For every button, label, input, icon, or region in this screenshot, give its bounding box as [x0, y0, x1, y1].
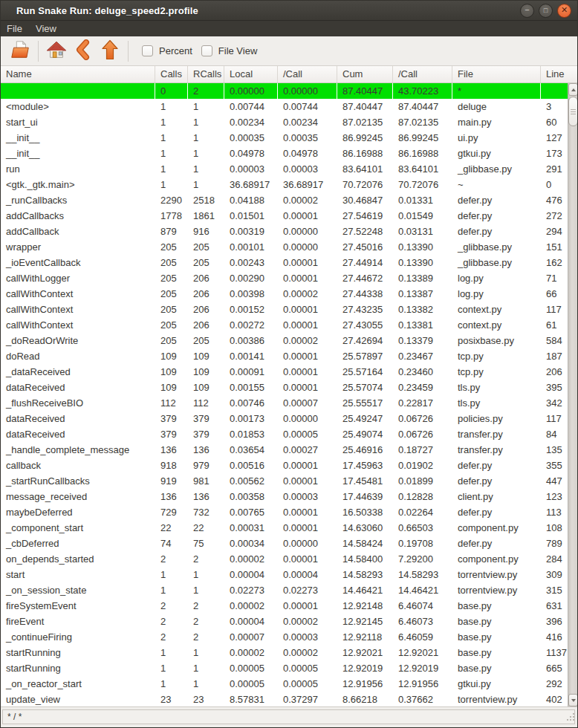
- vertical-scrollbar[interactable]: [568, 83, 577, 706]
- table-row[interactable]: run 1 1 0.00003 0.00003 83.64101 83.6410…: [1, 161, 568, 177]
- cell-file: _glibbase.py: [452, 161, 541, 177]
- table-row[interactable]: dataReceived 379 379 0.01853 0.00005 25.…: [1, 426, 568, 442]
- cell-local-percall: 0.00007: [278, 395, 337, 411]
- open-file-button[interactable]: [7, 39, 33, 64]
- close-button[interactable]: ✕: [557, 4, 571, 18]
- cell-local-percall: 0.00000: [278, 224, 337, 239]
- minimize-button[interactable]: −: [520, 4, 534, 18]
- cell-local-percall: 0.00000: [278, 536, 337, 551]
- table-row[interactable]: _continueFiring 2 2 0.00007 0.00003 12.9…: [1, 629, 568, 645]
- table-row[interactable]: startRunning 1 1 0.00005 0.00005 12.9201…: [1, 660, 568, 676]
- scroll-up-button[interactable]: [568, 83, 577, 96]
- table-row[interactable]: 0 2 0.00000 0.00000 87.40447 43.70223 *: [1, 83, 568, 99]
- percent-checkbox[interactable]: [142, 45, 153, 56]
- table-row[interactable]: _runCallbacks 2290 2518 0.04188 0.00002 …: [1, 192, 568, 208]
- cell-local: 0.00034: [224, 536, 278, 551]
- cell-line: 272: [541, 208, 568, 224]
- table-row[interactable]: addCallback 879 916 0.00319 0.00000 27.5…: [1, 224, 568, 239]
- column-header[interactable]: Cum: [337, 66, 393, 82]
- scroll-down-button[interactable]: [568, 694, 577, 706]
- table-row[interactable]: <module> 1 1 0.00744 0.00744 87.40447 87…: [1, 99, 568, 114]
- table-row[interactable]: start_ui 1 1 0.00234 0.00234 87.02135 87…: [1, 114, 568, 130]
- table-row[interactable]: <gtk._gtk.main> 1 1 36.68917 36.68917 70…: [1, 177, 568, 192]
- cell-file: context.py: [452, 317, 541, 333]
- cell-cum: 25.57074: [337, 380, 393, 395]
- table-row[interactable]: callWithContext 205 206 0.00398 0.00002 …: [1, 286, 568, 302]
- column-header[interactable]: Line: [541, 66, 568, 82]
- cell-line: 113: [541, 504, 568, 520]
- cell-name: message_received: [1, 489, 155, 504]
- maximize-button[interactable]: □: [539, 4, 553, 18]
- cell-file: defer.py: [452, 536, 541, 551]
- cell-cum-percall: 0.01331: [393, 192, 452, 208]
- thumb-grip: [571, 114, 576, 114]
- table-row[interactable]: _startRunCallbacks 919 981 0.00562 0.000…: [1, 473, 568, 489]
- cell-file: gtkui.py: [452, 676, 541, 692]
- column-header[interactable]: Name: [1, 66, 155, 82]
- table-row[interactable]: _handle_complete_message 136 136 0.03654…: [1, 442, 568, 458]
- column-header[interactable]: RCalls: [188, 66, 224, 82]
- table-row[interactable]: callWithContext 205 206 0.00152 0.00001 …: [1, 302, 568, 317]
- table-row[interactable]: callWithContext 205 206 0.00272 0.00001 …: [1, 317, 568, 333]
- cell-cum: 12.92148: [337, 598, 393, 614]
- table-row[interactable]: addCallbacks 1778 1861 0.01501 0.00001 2…: [1, 208, 568, 224]
- up-button[interactable]: [97, 39, 123, 64]
- table-row[interactable]: wrapper 205 205 0.00101 0.00000 27.45016…: [1, 239, 568, 255]
- cell-cum-percall: 0.22817: [393, 395, 452, 411]
- table-row[interactable]: _flushReceiveBIO 112 112 0.00746 0.00007…: [1, 395, 568, 411]
- table-row[interactable]: dataReceived 109 109 0.00155 0.00001 25.…: [1, 380, 568, 395]
- column-header[interactable]: Local: [224, 66, 278, 82]
- table-row[interactable]: __init__ 1 1 0.04978 0.04978 86.16988 86…: [1, 146, 568, 161]
- table-row[interactable]: callWithLogger 205 206 0.00290 0.00001 2…: [1, 270, 568, 286]
- back-button[interactable]: [70, 39, 97, 64]
- cell-line: 402: [541, 692, 568, 706]
- column-header[interactable]: /Call: [278, 66, 337, 82]
- cell-cum-percall: 0.13382: [393, 302, 452, 317]
- column-header[interactable]: Calls: [155, 66, 188, 82]
- table-row[interactable]: on_depends_started 2 2 0.00002 0.00001 1…: [1, 551, 568, 567]
- cell-rcalls: 1: [188, 130, 224, 146]
- table-row[interactable]: _on_session_state 1 1 0.02273 0.02273 14…: [1, 582, 568, 598]
- cell-cum-percall: 43.70223: [393, 83, 452, 99]
- table-row[interactable]: update_view 23 23 8.57831 0.37297 8.6621…: [1, 692, 568, 706]
- table-row[interactable]: dataReceived 379 379 0.00173 0.00000 25.…: [1, 411, 568, 426]
- cell-local: 0.00101: [224, 239, 278, 255]
- table-row[interactable]: callback 918 979 0.00516 0.00001 17.4596…: [1, 458, 568, 473]
- cell-calls: 1: [155, 161, 188, 177]
- table-row[interactable]: _dataReceived 109 109 0.00091 0.00001 25…: [1, 364, 568, 380]
- cell-local-percall: 0.00001: [278, 302, 337, 317]
- table-row[interactable]: _on_reactor_start 1 1 0.00005 0.00005 12…: [1, 676, 568, 692]
- cell-local-percall: 0.00002: [278, 286, 337, 302]
- table-row[interactable]: _doReadOrWrite 205 205 0.00386 0.00002 2…: [1, 333, 568, 348]
- table-row[interactable]: maybeDeferred 729 732 0.00765 0.00001 16…: [1, 504, 568, 520]
- cell-local: 0.00516: [224, 458, 278, 473]
- cell-line: 127: [541, 130, 568, 146]
- table-row[interactable]: start 1 1 0.00004 0.00004 14.58293 14.58…: [1, 567, 568, 582]
- cell-line: 315: [541, 582, 568, 598]
- table-row[interactable]: message_received 136 136 0.00358 0.00003…: [1, 489, 568, 504]
- cell-cum: 27.43055: [337, 317, 393, 333]
- cell-line: 162: [541, 255, 568, 270]
- resize-grip[interactable]: [566, 711, 575, 724]
- table-row[interactable]: startRunning 1 1 0.00002 0.00002 12.9202…: [1, 645, 568, 660]
- table-row[interactable]: doRead 109 109 0.00141 0.00001 25.57897 …: [1, 348, 568, 364]
- cell-name: callback: [1, 458, 155, 473]
- home-button[interactable]: [43, 39, 70, 64]
- cell-file: tcp.py: [452, 364, 541, 380]
- menu-file[interactable]: File: [7, 23, 22, 34]
- table-row[interactable]: _ioEventCallback 205 205 0.00243 0.00001…: [1, 255, 568, 270]
- app-window: Run Snake Run: deluge_speed2.profile − □…: [0, 0, 578, 728]
- column-header[interactable]: File: [452, 66, 541, 82]
- table-row[interactable]: fireEvent 2 2 0.00004 0.00002 12.92145 6…: [1, 614, 568, 629]
- table-row[interactable]: _component_start 22 22 0.00031 0.00001 1…: [1, 520, 568, 536]
- cell-local-percall: 0.00005: [278, 660, 337, 676]
- scrollbar-thumb[interactable]: [568, 97, 577, 126]
- table-row[interactable]: _cbDeferred 74 75 0.00034 0.00000 14.584…: [1, 536, 568, 551]
- table-row[interactable]: __init__ 1 1 0.00035 0.00035 86.99245 86…: [1, 130, 568, 146]
- titlebar[interactable]: Run Snake Run: deluge_speed2.profile − □…: [1, 1, 577, 21]
- table-row[interactable]: fireSystemEvent 2 2 0.00002 0.00001 12.9…: [1, 598, 568, 614]
- cell-cum-percall: 6.46059: [393, 629, 452, 645]
- file-view-checkbox[interactable]: [201, 45, 212, 56]
- menu-view[interactable]: View: [36, 23, 56, 34]
- column-header[interactable]: /Call: [393, 66, 452, 82]
